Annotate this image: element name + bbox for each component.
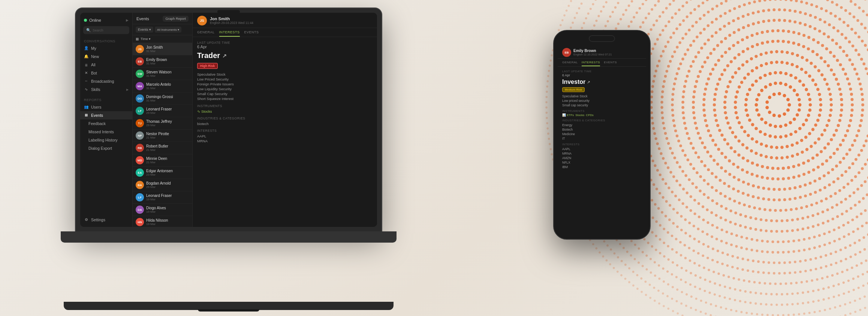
my-icon: 👤 [84,46,88,51]
stocks-label: Stocks [201,109,212,113]
detail-avatar: JS [197,16,207,25]
detail-user-info: Jon Smith English 29.03.2023 Wed 11:44 [210,16,253,25]
events-panel: Events Graph Report Events ▾ All Instrum… [133,13,193,227]
tab-interests[interactable]: INTERESTS [219,30,240,37]
sidebar-item-missed-intents-label: Missed Intents [88,130,114,134]
user-item-thomas-jeffrey[interactable]: TJ Thomas Jeffrey 29 Mar [133,117,192,130]
user-info-jon-smith: Jon Smith 31 Mar [146,45,189,53]
phone-title: Investor ↗ [562,79,642,85]
phone-interest-aapl: AAPL [562,147,642,151]
instruments-filter[interactable]: All Instruments ▾ [155,27,181,33]
user-item-emily-brown[interactable]: EB Emily Brown 31 Mar [133,55,192,68]
phone-tab-events[interactable]: EVENTS [604,61,617,66]
sidebar-item-all[interactable]: ≡ All [80,61,132,69]
user-date-emily-brown: 31 Mar [146,62,189,65]
user-date-hilda-nilsson: 19 Mar [146,222,189,226]
detail-user-meta: English 29.03.2023 Wed 11:44 [210,21,253,25]
tab-events[interactable]: EVENTS [244,30,259,37]
phone-header: EB Emily Brown English 12.10.2022 Wed 07… [558,46,646,59]
graph-report-button[interactable]: Graph Report [163,16,189,22]
user-item-leonard-fraser-2[interactable]: LF Leonard Fraser 19 Mar [133,191,192,204]
tag-low-priced: Low Priced Security [197,77,373,82]
user-item-leonard-fraser-1[interactable]: LF Leonard Fraser 29 Mar [133,105,192,117]
phone-interest-ibm: IBM [562,165,642,169]
user-date-leonard-fraser-1: 29 Mar [146,111,189,115]
sidebar-item-missed-intents[interactable]: Missed Intents [80,128,132,136]
detail-user-name: Jon Smith [210,16,253,21]
interest-mrna: MRNA [197,139,373,143]
sidebar-item-all-label: All [91,63,96,67]
industry-biotech: biotech [197,122,373,126]
skills-icon: ∿ [84,87,88,92]
phone-user-meta: English 12.10.2022 Wed 07:21 [573,53,612,56]
sidebar-item-new[interactable]: 🔔 New [80,52,132,61]
sidebar-item-dialog-export-label: Dialog Export [88,146,112,151]
user-name-edgar-antonsen: Edgar Antonsen [146,169,189,173]
tab-general[interactable]: GENERAL [197,30,215,37]
phone-industries-list: Energy Biotech Medicine IT [562,123,642,141]
search-icon: 🔍 [86,28,91,32]
sidebar-search[interactable]: 🔍 Search [83,26,129,34]
user-item-nestor-pirotte[interactable]: NP Nestor Pirotte 21 Mar [133,130,192,142]
user-item-edgar-antonsen[interactable]: EA Edgar Antonsen 23 Mar [133,167,192,179]
phone-industry-biotech: Biotech [562,127,642,132]
etf-instrument: 📊 ETFs [562,113,574,117]
phone-last-update-value: 6 Apr [562,73,642,77]
user-info-steven-watson: Steven Watson 31 Mar [146,70,189,78]
user-item-jon-smith[interactable]: JS Jon Smith 31 Mar [133,43,192,55]
phone-interests-list: AAPL MRNA AMZN NFLX IBM [562,147,642,169]
user-item-diogo-alves[interactable]: DA Diogo Alves 19 Mar [133,204,192,216]
user-name-bogdan-arnold: Bogdan Arnold [146,181,189,185]
app-ui: Online ▶ 🔍 Search CONVERSATIONS 👤 My [80,13,377,227]
instruments-section-label: INSTRUMENTS [197,104,373,108]
sidebar-item-dialog-export[interactable]: Dialog Export [80,144,132,152]
user-info-nestor-pirotte: Nestor Pirotte 21 Mar [146,132,189,139]
user-date-robert-butler: 21 Mar [146,148,189,152]
sidebar-item-skills-label: Skills [91,87,100,92]
sidebar-item-broadcasting-label: Broadcasting [91,79,114,83]
detail-content: LAST UPDATE TIME 6 Apr Trader ↗ High Ris… [193,37,377,227]
phone-tab-general[interactable]: GENERAL [562,61,578,66]
laptop-screen: Online ▶ 🔍 Search CONVERSATIONS 👤 My [80,13,377,227]
user-item-bogdan-arnold[interactable]: BA Bogdan Arnold 29 Mar [133,179,192,191]
user-name-thomas-jeffrey: Thomas Jeffrey [146,119,189,124]
sidebar-item-bot[interactable]: ✕ Bot [80,69,132,77]
user-item-hilda-nilsson[interactable]: HN Hilda Nilsson 19 Mar [133,216,192,227]
sidebar-item-events[interactable]: ▦ Events [80,111,132,119]
avatar-leonard-fraser-1: LF [136,107,144,115]
user-info-hilda-nilsson: Hilda Nilsson 19 Mar [146,218,189,226]
sidebar-item-settings[interactable]: ⚙ Settings [80,216,132,224]
time-filter[interactable]: ▦ Time ▾ [133,35,192,43]
phone-screen: EB Emily Brown English 12.10.2022 Wed 07… [558,34,646,235]
laptop-notch [217,10,240,13]
user-name-steven-watson: Steven Watson [146,70,189,74]
sidebar-item-labelling-history[interactable]: Labelling History [80,136,132,144]
user-item-domingo-grossi[interactable]: DG Domingo Grossi 31 Mar [133,92,192,105]
avatar-edgar-antonsen: EA [136,168,144,177]
sidebar-item-my[interactable]: 👤 My [80,44,132,52]
user-name-hilda-nilsson: Hilda Nilsson [146,218,189,222]
user-info-diogo-alves: Diogo Alves 19 Mar [146,206,189,213]
phone-content: LAST UPDATE TIME 6 Apr Investor ↗ Medium… [558,67,646,235]
avatar-nestor-pirotte: NP [136,131,144,140]
user-item-marcelo-antelo[interactable]: MA Marcelo Antelo 31 Mar [133,80,192,92]
user-info-leonard-fraser-1: Leonard Fraser 29 Mar [146,107,189,115]
phone-chart-icon: ↗ [587,80,590,84]
user-date-diogo-alves: 19 Mar [146,210,189,213]
sidebar-item-feedback[interactable]: Feedback [80,119,132,128]
user-info-emily-brown: Emily Brown 31 Mar [146,58,189,65]
sidebar-item-users[interactable]: 👥 Users [80,103,132,111]
sidebar-item-broadcasting[interactable]: ↔ Broadcasting [80,77,132,85]
events-filter[interactable]: Events ▾ [136,27,153,33]
avatar-leonard-fraser-2: LF [136,193,144,201]
status-label: Online [89,18,101,22]
user-info-leonard-fraser-2: Leonard Fraser 19 Mar [146,194,189,201]
phone-tab-interests[interactable]: INTERESTS [582,61,600,66]
user-info-bogdan-arnold: Bogdan Arnold 29 Mar [146,181,189,189]
user-item-minnie-deen[interactable]: MD Minnie Deen 21 Mar [133,154,192,167]
laptop-base [64,302,394,310]
sidebar-item-skills[interactable]: ∿ Skills ▶ [80,85,132,94]
phone-interest-nflx: NFLX [562,160,642,165]
user-item-steven-watson[interactable]: SW Steven Watson 31 Mar [133,68,192,80]
user-item-robert-butler[interactable]: RB Robert Butler 21 Mar [133,142,192,154]
